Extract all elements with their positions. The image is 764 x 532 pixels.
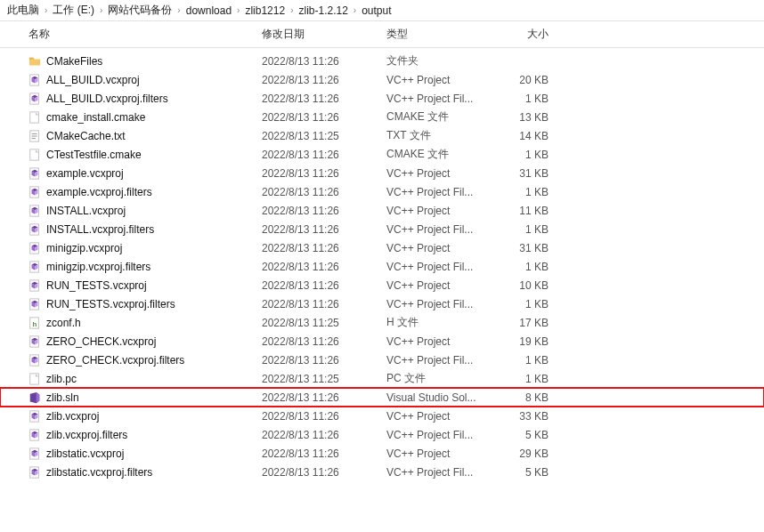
breadcrumb-segment[interactable]: output bbox=[362, 4, 391, 17]
file-row[interactable]: ZERO_CHECK.vcxproj2022/8/13 11:26VC++ Pr… bbox=[0, 332, 764, 351]
file-row[interactable]: CTestTestfile.cmake2022/8/13 11:26CMAKE … bbox=[0, 145, 764, 164]
file-row[interactable]: zlibstatic.vcxproj.filters2022/8/13 11:2… bbox=[0, 463, 764, 481]
vcxproj-icon bbox=[28, 278, 45, 293]
file-row[interactable]: INSTALL.vcxproj2022/8/13 11:26VC++ Proje… bbox=[0, 201, 764, 220]
cmake-icon bbox=[28, 110, 45, 125]
file-date: 2022/8/13 11:26 bbox=[262, 335, 386, 348]
file-date: 2022/8/13 11:26 bbox=[262, 167, 386, 180]
file-date: 2022/8/13 11:26 bbox=[262, 242, 386, 254]
file-row[interactable]: cmake_install.cmake2022/8/13 11:26CMAKE … bbox=[0, 108, 764, 126]
file-type: VC++ Project bbox=[386, 242, 493, 254]
file-type: VC++ Project bbox=[386, 410, 493, 423]
file-size: 1 KB bbox=[493, 373, 565, 385]
file-type: VC++ Project bbox=[386, 447, 493, 460]
file-date: 2022/8/13 11:26 bbox=[262, 391, 386, 404]
vcxproj-icon bbox=[28, 335, 45, 349]
file-row[interactable]: RUN_TESTS.vcxproj2022/8/13 11:26VC++ Pro… bbox=[0, 276, 764, 294]
file-type: VC++ Project bbox=[386, 205, 493, 217]
file-row[interactable]: zlib.pc2022/8/13 11:25PC 文件1 KB bbox=[0, 369, 764, 388]
file-row[interactable]: ALL_BUILD.vcxproj2022/8/13 11:26VC++ Pro… bbox=[0, 70, 764, 89]
file-date: 2022/8/13 11:25 bbox=[262, 373, 386, 385]
breadcrumb[interactable]: 此电脑›工作 (E:)›网站代码备份›download›zlib1212›zli… bbox=[0, 0, 764, 21]
breadcrumb-segment[interactable]: 网站代码备份 bbox=[108, 3, 172, 18]
vcxproj-icon bbox=[28, 241, 45, 255]
breadcrumb-segment[interactable]: zlib1212 bbox=[245, 4, 285, 17]
vcxproj-icon bbox=[28, 92, 45, 106]
col-header-size[interactable]: 大小 bbox=[493, 27, 565, 42]
file-date: 2022/8/13 11:26 bbox=[262, 111, 386, 124]
file-date: 2022/8/13 11:26 bbox=[262, 223, 386, 236]
vcxproj-icon bbox=[28, 465, 45, 480]
breadcrumb-segment[interactable]: download bbox=[186, 4, 232, 17]
file-type: VC++ Project Fil... bbox=[386, 298, 493, 310]
file-row[interactable]: zlibstatic.vcxproj2022/8/13 11:26VC++ Pr… bbox=[0, 444, 764, 463]
file-date: 2022/8/13 11:26 bbox=[262, 298, 386, 310]
file-row[interactable]: CMakeCache.txt2022/8/13 11:25TXT 文件14 KB bbox=[0, 126, 764, 145]
file-row[interactable]: minigzip.vcxproj.filters2022/8/13 11:26V… bbox=[0, 257, 764, 276]
file-size: 33 KB bbox=[493, 410, 565, 423]
col-header-date[interactable]: 修改日期 bbox=[262, 27, 386, 42]
vcxproj-icon bbox=[28, 409, 45, 423]
file-row[interactable]: example.vcxproj.filters2022/8/13 11:26VC… bbox=[0, 182, 764, 201]
chevron-right-icon: › bbox=[235, 5, 241, 15]
file-date: 2022/8/13 11:26 bbox=[262, 55, 386, 68]
file-date: 2022/8/13 11:26 bbox=[262, 447, 386, 460]
col-header-type[interactable]: 类型 bbox=[386, 27, 493, 42]
breadcrumb-segment[interactable]: 此电脑 bbox=[7, 3, 39, 18]
vcxproj-icon bbox=[28, 353, 45, 367]
file-name: zlibstatic.vcxproj.filters bbox=[46, 466, 262, 479]
chevron-right-icon: › bbox=[289, 5, 295, 15]
file-name: ALL_BUILD.vcxproj bbox=[46, 74, 262, 86]
file-date: 2022/8/13 11:25 bbox=[262, 317, 386, 329]
breadcrumb-segment[interactable]: zlib-1.2.12 bbox=[298, 4, 347, 17]
file-date: 2022/8/13 11:26 bbox=[262, 149, 386, 161]
file-size: 31 KB bbox=[493, 167, 565, 180]
file-row[interactable]: INSTALL.vcxproj.filters2022/8/13 11:26VC… bbox=[0, 220, 764, 238]
breadcrumb-segment[interactable]: 工作 (E:) bbox=[53, 3, 94, 18]
file-name: CMakeFiles bbox=[46, 55, 262, 68]
file-date: 2022/8/13 11:26 bbox=[262, 429, 386, 441]
file-date: 2022/8/13 11:25 bbox=[262, 130, 386, 142]
file-row[interactable]: zlib.vcxproj.filters2022/8/13 11:26VC++ … bbox=[0, 425, 764, 444]
file-name: minigzip.vcxproj bbox=[46, 242, 262, 254]
file-size: 1 KB bbox=[493, 354, 565, 367]
vcxproj-icon bbox=[28, 185, 45, 199]
file-type: VC++ Project Fil... bbox=[386, 354, 493, 367]
file-type: VC++ Project bbox=[386, 279, 493, 292]
file-row[interactable]: hzconf.h2022/8/13 11:25H 文件17 KB bbox=[0, 313, 764, 332]
col-header-name[interactable]: 名称 bbox=[28, 27, 262, 42]
file-name: INSTALL.vcxproj bbox=[46, 205, 262, 217]
svg-rect-17 bbox=[30, 373, 39, 383]
file-type: VC++ Project Fil... bbox=[386, 261, 493, 273]
file-type: VC++ Project bbox=[386, 74, 493, 86]
file-date: 2022/8/13 11:26 bbox=[262, 261, 386, 273]
file-row[interactable]: minigzip.vcxproj2022/8/13 11:26VC++ Proj… bbox=[0, 238, 764, 257]
file-date: 2022/8/13 11:26 bbox=[262, 410, 386, 423]
file-size: 29 KB bbox=[493, 447, 565, 460]
file-size: 1 KB bbox=[493, 261, 565, 273]
file-row[interactable]: ALL_BUILD.vcxproj.filters2022/8/13 11:26… bbox=[0, 89, 764, 108]
file-row[interactable]: zlib.sln2022/8/13 11:26Visual Studio Sol… bbox=[0, 388, 764, 407]
file-name: example.vcxproj bbox=[46, 167, 262, 180]
file-type: VC++ Project bbox=[386, 167, 493, 180]
file-size: 1 KB bbox=[493, 186, 565, 198]
file-list: CMakeFiles2022/8/13 11:26文件夹ALL_BUILD.vc… bbox=[0, 48, 764, 481]
file-row[interactable]: RUN_TESTS.vcxproj.filters2022/8/13 11:26… bbox=[0, 294, 764, 313]
vcxproj-icon bbox=[28, 428, 45, 442]
chevron-right-icon: › bbox=[175, 5, 182, 15]
file-size: 5 KB bbox=[493, 429, 565, 441]
file-name: zlib.vcxproj.filters bbox=[46, 429, 262, 441]
svg-rect-2 bbox=[30, 111, 39, 122]
file-name: zconf.h bbox=[46, 317, 262, 329]
file-name: minigzip.vcxproj.filters bbox=[46, 261, 262, 273]
file-row[interactable]: CMakeFiles2022/8/13 11:26文件夹 bbox=[0, 52, 764, 70]
file-name: RUN_TESTS.vcxproj bbox=[46, 279, 262, 292]
file-row[interactable]: ZERO_CHECK.vcxproj.filters2022/8/13 11:2… bbox=[0, 351, 764, 369]
file-row[interactable]: zlib.vcxproj2022/8/13 11:26VC++ Project3… bbox=[0, 407, 764, 425]
file-size: 5 KB bbox=[493, 466, 565, 479]
file-type: TXT 文件 bbox=[386, 128, 493, 143]
file-type: Visual Studio Sol... bbox=[386, 391, 493, 404]
file-name: CMakeCache.txt bbox=[46, 130, 262, 142]
file-name: ALL_BUILD.vcxproj.filters bbox=[46, 93, 262, 105]
file-row[interactable]: example.vcxproj2022/8/13 11:26VC++ Proje… bbox=[0, 164, 764, 182]
